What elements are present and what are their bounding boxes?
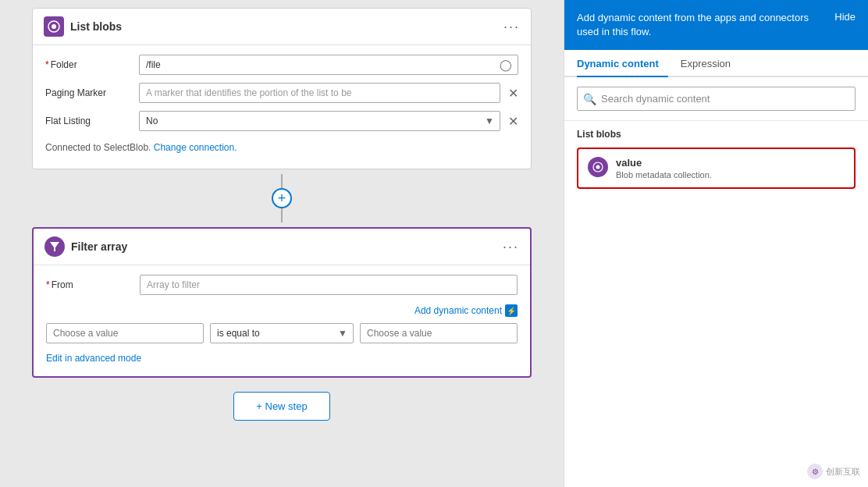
- panel-tabs: Dynamic content Expression: [564, 50, 868, 77]
- from-label: From: [46, 279, 132, 290]
- panel-section-title: List blobs: [564, 121, 868, 144]
- dynamic-item-desc: Blob metadata collection.: [616, 170, 845, 180]
- search-icon: 🔍: [583, 93, 596, 105]
- filter-array-menu[interactable]: ···: [503, 239, 519, 255]
- paging-clear-btn[interactable]: ✕: [508, 86, 518, 101]
- tab-expression[interactable]: Expression: [681, 50, 740, 76]
- svg-point-4: [596, 165, 600, 169]
- dynamic-item-value[interactable]: value Blob metadata collection.: [577, 148, 856, 189]
- condition-operator-wrap: is equal to is not equal to is greater t…: [210, 323, 354, 343]
- add-dynamic-link[interactable]: Add dynamic content ⚡: [414, 304, 518, 317]
- flat-listing-select-wrap: No Yes ▼: [139, 111, 500, 131]
- flat-listing-select[interactable]: No Yes: [139, 111, 500, 131]
- new-step-button[interactable]: + New step: [233, 392, 329, 421]
- folder-field-row: Folder ◯: [45, 55, 518, 75]
- flat-listing-field-row: Flat Listing No Yes ▼ ✕: [45, 111, 518, 131]
- paging-field-row: Paging Marker ✕: [45, 83, 518, 103]
- list-blobs-card: List blobs ··· Folder ◯ Paging Marker: [32, 8, 532, 169]
- new-step-wrap: + New step: [16, 392, 548, 421]
- folder-input[interactable]: [139, 55, 518, 75]
- watermark-text: 创新互联: [826, 466, 860, 478]
- condition-left-input[interactable]: [46, 323, 204, 343]
- paging-input[interactable]: [139, 83, 500, 103]
- right-panel: Add dynamic content from the apps and co…: [564, 0, 868, 487]
- from-input[interactable]: [140, 275, 518, 295]
- condition-operator-select[interactable]: is equal to is not equal to is greater t…: [210, 323, 354, 343]
- connector-plus[interactable]: +: [272, 188, 292, 208]
- folder-label: Folder: [45, 59, 131, 70]
- dynamic-item-name: value: [616, 157, 845, 169]
- change-connection-link[interactable]: Change connection.: [154, 142, 237, 153]
- condition-right-input[interactable]: [360, 323, 518, 343]
- folder-input-wrap: ◯: [139, 55, 518, 75]
- tab-dynamic-content[interactable]: Dynamic content: [577, 50, 668, 76]
- folder-icon: ◯: [500, 59, 512, 71]
- watermark-logo: ⚙: [807, 464, 823, 479]
- connection-info: Connected to SelectBlob. Change connecti…: [45, 139, 518, 159]
- flat-listing-clear-btn[interactable]: ✕: [508, 114, 518, 129]
- panel-header-text: Add dynamic content from the apps and co…: [577, 11, 825, 39]
- svg-point-1: [52, 24, 56, 29]
- dynamic-icon: ⚡: [505, 304, 518, 317]
- paging-input-wrap: [139, 83, 500, 103]
- list-blobs-icon: [44, 16, 64, 37]
- from-field-row: From: [46, 275, 518, 295]
- connector: +: [32, 174, 532, 222]
- hide-panel-btn[interactable]: Hide: [834, 11, 856, 23]
- filter-array-title: Filter array: [71, 240, 127, 253]
- filter-array-header-left: Filter array: [44, 236, 127, 257]
- list-blobs-body: Folder ◯ Paging Marker ✕ Flat List: [33, 45, 531, 169]
- filter-array-header: Filter array ···: [34, 229, 530, 265]
- list-blobs-header: List blobs ···: [33, 9, 531, 45]
- connector-line-top: [281, 174, 283, 188]
- flat-listing-label: Flat Listing: [45, 116, 131, 126]
- filter-conditions: is equal to is not equal to is greater t…: [46, 323, 518, 343]
- filter-array-icon: [44, 236, 65, 257]
- from-input-wrap: [140, 275, 518, 295]
- watermark: ⚙ 创新互联: [807, 464, 860, 479]
- list-blobs-title: List blobs: [70, 20, 122, 33]
- search-input[interactable]: [577, 87, 856, 111]
- filter-array-body: From Add dynamic content ⚡: [34, 265, 530, 376]
- filter-array-card: Filter array ··· From Add dynamic conten…: [32, 227, 532, 378]
- panel-header: Add dynamic content from the apps and co…: [564, 0, 868, 50]
- edit-advanced-link[interactable]: Edit in advanced mode: [46, 350, 518, 367]
- dynamic-item-icon: [588, 157, 608, 177]
- dynamic-item-content: value Blob metadata collection.: [616, 157, 845, 180]
- list-blobs-menu[interactable]: ···: [503, 19, 520, 35]
- svg-marker-2: [50, 242, 59, 251]
- panel-search-area: 🔍: [564, 77, 868, 121]
- list-blobs-header-left: List blobs: [44, 16, 122, 37]
- connector-line-bottom: [281, 208, 283, 222]
- add-dynamic-row: Add dynamic content ⚡: [46, 303, 518, 323]
- paging-label: Paging Marker: [45, 87, 131, 98]
